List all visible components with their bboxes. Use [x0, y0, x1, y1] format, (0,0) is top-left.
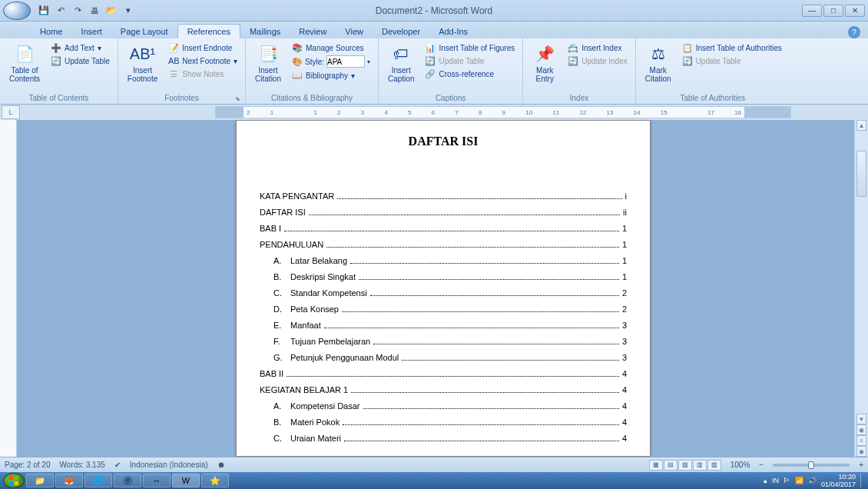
- close-button[interactable]: ✕: [845, 5, 865, 17]
- qat-customize-icon[interactable]: ▾: [121, 4, 135, 18]
- zoom-thumb[interactable]: [808, 461, 814, 469]
- status-words[interactable]: Words: 3.135: [60, 461, 105, 469]
- task-chrome[interactable]: 🌐: [84, 474, 112, 487]
- tab-references[interactable]: References: [177, 24, 240, 38]
- insert-endnote-button[interactable]: 📝Insert Endnote: [165, 42, 240, 54]
- toc-row: E.Manfaat3: [260, 321, 627, 330]
- zoom-in-button[interactable]: +: [859, 461, 863, 469]
- add-text-button[interactable]: ➕Add Text ▾: [48, 42, 113, 54]
- tray-network-icon[interactable]: 📶: [795, 477, 803, 484]
- tray-language[interactable]: IN: [772, 477, 779, 484]
- undo-icon[interactable]: ↶: [54, 4, 68, 18]
- toc-letter: B.: [273, 417, 290, 427]
- tab-selector[interactable]: L: [2, 105, 20, 119]
- print-icon[interactable]: 🖶: [88, 4, 101, 18]
- view-buttons: ▦ ▤ ▧ ▥ ▨: [649, 460, 721, 471]
- start-button[interactable]: [3, 473, 25, 488]
- scroll-down-icon[interactable]: ▼: [856, 414, 866, 424]
- toc-letter: E.: [273, 321, 290, 330]
- toc-leader: [309, 215, 620, 215]
- draft-view-button[interactable]: ▨: [707, 460, 721, 471]
- manage-sources-button[interactable]: 📚Manage Sources: [289, 42, 373, 54]
- mark-citation-button[interactable]: ⚖ Mark Citation: [641, 40, 676, 86]
- vertical-ruler[interactable]: [0, 120, 17, 457]
- tab-home[interactable]: Home: [31, 25, 71, 38]
- toc-leader: [342, 311, 619, 312]
- scroll-thumb[interactable]: [856, 151, 866, 197]
- show-desktop-button[interactable]: [860, 474, 865, 487]
- task-media[interactable]: ⭐: [201, 474, 229, 487]
- zoom-level[interactable]: 100%: [731, 461, 750, 469]
- tab-developer[interactable]: Developer: [373, 25, 429, 38]
- bibliography-button[interactable]: 📖Bibliography ▾: [289, 69, 373, 82]
- bibliography-icon: 📖: [292, 70, 303, 81]
- table-of-contents-button[interactable]: 📄 Table of Contents: [5, 40, 45, 86]
- toc-text: DAFTAR ISI: [260, 208, 306, 217]
- save-icon[interactable]: 💾: [37, 4, 51, 18]
- task-explorer[interactable]: 📁: [26, 474, 54, 487]
- insert-table-authorities-button[interactable]: 📋Insert Table of Authorities: [679, 42, 785, 54]
- citation-style-select[interactable]: [326, 55, 365, 68]
- vertical-scrollbar[interactable]: ▲ ▼ ◉ ≡ ◉: [854, 120, 868, 457]
- dropdown-icon[interactable]: ▾: [367, 58, 370, 65]
- print-layout-view-button[interactable]: ▦: [649, 460, 663, 471]
- tab-addins[interactable]: Add-Ins: [429, 25, 477, 38]
- insert-caption-button[interactable]: 🏷 Insert Caption: [383, 40, 419, 86]
- macro-record-icon[interactable]: ⏺: [217, 461, 225, 469]
- insert-table-of-figures-button[interactable]: 📊Insert Table of Figures: [422, 42, 518, 54]
- update-table-figures-button[interactable]: 🔄Update Table: [422, 55, 518, 67]
- task-word[interactable]: W: [172, 474, 200, 487]
- status-language[interactable]: Indonesian (Indonesia): [130, 461, 208, 469]
- toc-letter: C.: [273, 288, 290, 298]
- tab-view[interactable]: View: [336, 25, 373, 38]
- citation-style-row: 🎨 Style: ▾: [289, 55, 373, 68]
- office-button[interactable]: [3, 2, 31, 20]
- insert-footnote-button[interactable]: AB¹ Insert Footnote: [123, 40, 162, 86]
- tof-icon: 📊: [425, 42, 436, 53]
- next-page-icon[interactable]: ◉: [856, 446, 866, 457]
- next-footnote-button[interactable]: ABNext Footnote ▾: [165, 55, 240, 67]
- task-firefox[interactable]: 🦊: [55, 474, 83, 487]
- minimize-button[interactable]: —: [802, 5, 822, 17]
- toc-letter: G.: [273, 353, 290, 362]
- add-text-icon: ➕: [51, 42, 61, 53]
- tray-clock[interactable]: 10:20 01/04/2017: [821, 473, 856, 488]
- task-teamviewer[interactable]: ↔: [143, 474, 171, 487]
- zoom-slider[interactable]: [773, 464, 850, 467]
- mark-entry-button[interactable]: 📌 Mark Entry: [528, 40, 562, 86]
- browse-object-icon[interactable]: ≡: [856, 435, 866, 446]
- maximize-button[interactable]: □: [823, 5, 843, 17]
- cross-reference-button[interactable]: 🔗Cross-reference: [422, 68, 518, 80]
- toc-page: 4: [622, 434, 627, 443]
- full-screen-view-button[interactable]: ▤: [664, 460, 678, 471]
- toc-row: BAB II4: [260, 369, 627, 378]
- zoom-out-button[interactable]: −: [759, 461, 764, 469]
- scroll-up-icon[interactable]: ▲: [856, 120, 866, 131]
- horizontal-ruler[interactable]: 211234567891011121314151718: [215, 106, 791, 118]
- update-table-button[interactable]: 🔄Update Table: [48, 55, 113, 67]
- document-page[interactable]: DAFTAR ISI KATA PENGANTARiDAFTAR ISIiiBA…: [236, 120, 651, 457]
- tray-flag-icon[interactable]: 🏳: [784, 477, 790, 484]
- help-button[interactable]: ?: [848, 26, 860, 38]
- proofing-icon[interactable]: ✔: [114, 461, 121, 469]
- tab-mailings[interactable]: Mailings: [240, 25, 290, 38]
- status-page[interactable]: Page: 2 of 20: [5, 461, 51, 469]
- prev-page-icon[interactable]: ◉: [856, 424, 866, 435]
- footnotes-launcher-icon[interactable]: ⬊: [235, 95, 240, 102]
- toc-text: Latar Belakang: [290, 256, 347, 265]
- open-icon[interactable]: 📂: [104, 4, 118, 18]
- outline-view-button[interactable]: ▥: [693, 460, 707, 471]
- show-notes-button[interactable]: ☰Show Notes: [165, 68, 240, 80]
- redo-icon[interactable]: ↷: [71, 4, 84, 18]
- tab-insert[interactable]: Insert: [71, 25, 111, 38]
- tray-volume-icon[interactable]: 🔊: [808, 477, 817, 484]
- tab-page-layout[interactable]: Page Layout: [111, 25, 177, 38]
- tray-expand-icon[interactable]: ▴: [764, 477, 767, 484]
- update-toa-button[interactable]: 🔄Update Table: [679, 55, 785, 67]
- web-layout-view-button[interactable]: ▧: [678, 460, 692, 471]
- insert-index-button[interactable]: 📇Insert Index: [565, 42, 631, 54]
- insert-citation-button[interactable]: 📑 Insert Citation: [250, 40, 286, 86]
- update-index-button[interactable]: 🔄Update Index: [565, 55, 631, 67]
- task-edge[interactable]: ⓔ: [114, 474, 141, 487]
- tab-review[interactable]: Review: [290, 25, 336, 38]
